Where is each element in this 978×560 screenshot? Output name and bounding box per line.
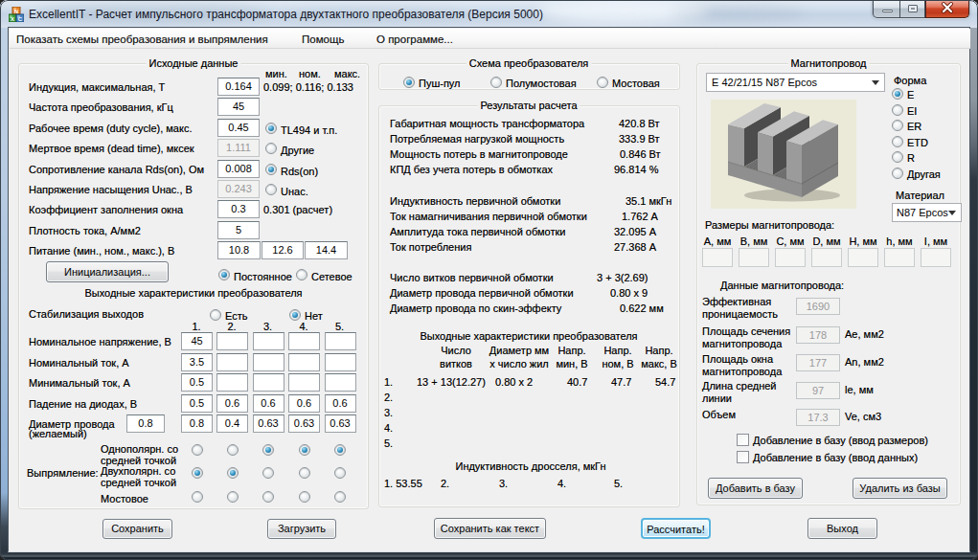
svg-text:X: X: [11, 16, 14, 22]
svg-text:N: N: [14, 9, 18, 14]
svg-text:C: C: [18, 16, 23, 22]
